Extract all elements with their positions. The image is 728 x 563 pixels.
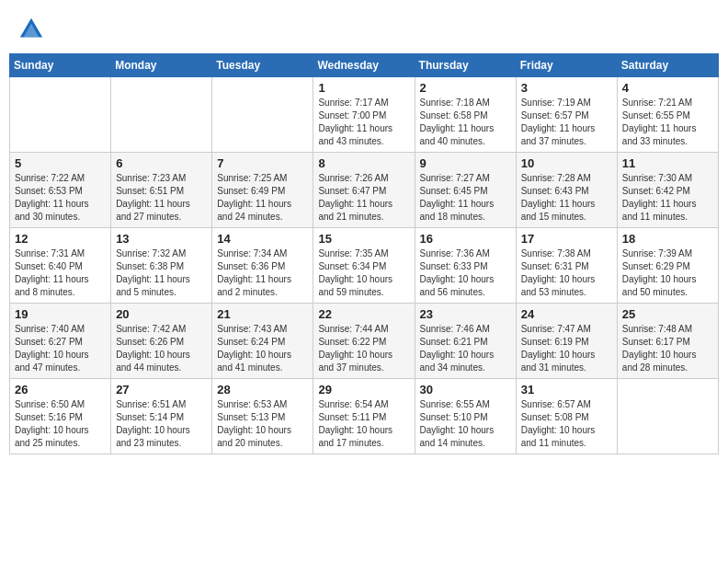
logo-icon (18, 17, 44, 42)
calendar-cell: 12Sunrise: 7:31 AM Sunset: 6:40 PM Dayli… (10, 228, 111, 304)
calendar-cell: 27Sunrise: 6:51 AM Sunset: 5:14 PM Dayli… (111, 379, 212, 454)
calendar-cell: 4Sunrise: 7:21 AM Sunset: 6:55 PM Daylig… (617, 77, 718, 153)
calendar-cell (617, 379, 718, 454)
day-number: 6 (116, 156, 207, 170)
calendar-cell: 28Sunrise: 6:53 AM Sunset: 5:13 PM Dayli… (212, 379, 313, 454)
day-number: 28 (217, 383, 308, 396)
day-info: Sunrise: 7:19 AM Sunset: 6:57 PM Dayligh… (521, 97, 612, 148)
calendar-weekday-header: Tuesday (212, 54, 313, 77)
day-number: 21 (217, 307, 308, 321)
day-info: Sunrise: 7:43 AM Sunset: 6:24 PM Dayligh… (217, 323, 308, 374)
day-number: 25 (622, 307, 713, 321)
calendar-cell: 14Sunrise: 7:34 AM Sunset: 6:36 PM Dayli… (212, 228, 313, 304)
calendar-cell: 31Sunrise: 6:57 AM Sunset: 5:08 PM Dayli… (516, 379, 617, 454)
day-number: 18 (622, 232, 713, 246)
day-number: 2 (420, 81, 511, 95)
calendar-cell (10, 77, 111, 153)
day-number: 31 (521, 383, 612, 396)
calendar-cell: 25Sunrise: 7:48 AM Sunset: 6:17 PM Dayli… (617, 304, 718, 379)
calendar-cell: 9Sunrise: 7:27 AM Sunset: 6:45 PM Daylig… (415, 153, 516, 228)
day-number: 22 (318, 307, 409, 321)
day-info: Sunrise: 7:47 AM Sunset: 6:19 PM Dayligh… (521, 323, 612, 374)
day-info: Sunrise: 7:18 AM Sunset: 6:58 PM Dayligh… (420, 97, 511, 148)
day-number: 27 (116, 383, 207, 396)
calendar-cell: 10Sunrise: 7:28 AM Sunset: 6:43 PM Dayli… (516, 153, 617, 228)
day-info: Sunrise: 7:23 AM Sunset: 6:51 PM Dayligh… (116, 172, 207, 224)
calendar-week-row: 5Sunrise: 7:22 AM Sunset: 6:53 PM Daylig… (10, 153, 719, 228)
calendar-cell: 15Sunrise: 7:35 AM Sunset: 6:34 PM Dayli… (313, 228, 415, 304)
day-number: 7 (217, 156, 308, 170)
calendar-cell: 24Sunrise: 7:47 AM Sunset: 6:19 PM Dayli… (516, 304, 617, 379)
day-info: Sunrise: 7:21 AM Sunset: 6:55 PM Dayligh… (622, 97, 713, 148)
day-number: 17 (521, 232, 612, 246)
calendar-cell: 16Sunrise: 7:36 AM Sunset: 6:33 PM Dayli… (415, 228, 516, 304)
calendar-weekday-header: Monday (111, 54, 212, 77)
day-info: Sunrise: 7:27 AM Sunset: 6:45 PM Dayligh… (420, 172, 511, 224)
day-info: Sunrise: 7:17 AM Sunset: 7:00 PM Dayligh… (318, 97, 409, 148)
day-number: 26 (15, 383, 106, 396)
day-info: Sunrise: 7:39 AM Sunset: 6:29 PM Dayligh… (622, 247, 713, 299)
day-number: 23 (420, 307, 511, 321)
calendar-weekday-header: Sunday (10, 54, 111, 77)
day-number: 4 (622, 81, 713, 95)
logo (18, 17, 46, 42)
calendar-cell: 5Sunrise: 7:22 AM Sunset: 6:53 PM Daylig… (10, 153, 111, 228)
day-number: 29 (318, 383, 409, 396)
day-number: 30 (420, 383, 511, 396)
calendar-week-row: 1Sunrise: 7:17 AM Sunset: 7:00 PM Daylig… (10, 77, 719, 153)
day-info: Sunrise: 7:40 AM Sunset: 6:27 PM Dayligh… (15, 323, 106, 374)
day-number: 11 (622, 156, 713, 170)
calendar-cell: 18Sunrise: 7:39 AM Sunset: 6:29 PM Dayli… (617, 228, 718, 304)
day-number: 24 (521, 307, 612, 321)
page-header (9, 9, 719, 50)
day-info: Sunrise: 7:46 AM Sunset: 6:21 PM Dayligh… (420, 323, 511, 374)
calendar-header-row: SundayMondayTuesdayWednesdayThursdayFrid… (10, 54, 719, 77)
calendar-cell: 20Sunrise: 7:42 AM Sunset: 6:26 PM Dayli… (111, 304, 212, 379)
day-info: Sunrise: 7:42 AM Sunset: 6:26 PM Dayligh… (116, 323, 207, 374)
day-info: Sunrise: 6:50 AM Sunset: 5:16 PM Dayligh… (15, 398, 106, 450)
day-info: Sunrise: 7:38 AM Sunset: 6:31 PM Dayligh… (521, 247, 612, 299)
calendar-cell: 13Sunrise: 7:32 AM Sunset: 6:38 PM Dayli… (111, 228, 212, 304)
day-info: Sunrise: 7:22 AM Sunset: 6:53 PM Dayligh… (15, 172, 106, 224)
day-number: 1 (318, 81, 409, 95)
day-info: Sunrise: 7:32 AM Sunset: 6:38 PM Dayligh… (116, 247, 207, 299)
calendar-cell: 1Sunrise: 7:17 AM Sunset: 7:00 PM Daylig… (313, 77, 415, 153)
calendar-week-row: 26Sunrise: 6:50 AM Sunset: 5:16 PM Dayli… (10, 379, 719, 454)
calendar-cell (212, 77, 313, 153)
calendar-cell: 22Sunrise: 7:44 AM Sunset: 6:22 PM Dayli… (313, 304, 415, 379)
day-info: Sunrise: 7:35 AM Sunset: 6:34 PM Dayligh… (318, 247, 409, 299)
calendar-cell: 29Sunrise: 6:54 AM Sunset: 5:11 PM Dayli… (313, 379, 415, 454)
day-number: 10 (521, 156, 612, 170)
day-number: 20 (116, 307, 207, 321)
calendar-cell: 11Sunrise: 7:30 AM Sunset: 6:42 PM Dayli… (617, 153, 718, 228)
day-info: Sunrise: 6:51 AM Sunset: 5:14 PM Dayligh… (116, 398, 207, 450)
calendar-cell: 17Sunrise: 7:38 AM Sunset: 6:31 PM Dayli… (516, 228, 617, 304)
day-info: Sunrise: 7:48 AM Sunset: 6:17 PM Dayligh… (622, 323, 713, 374)
day-info: Sunrise: 7:31 AM Sunset: 6:40 PM Dayligh… (15, 247, 106, 299)
calendar-week-row: 19Sunrise: 7:40 AM Sunset: 6:27 PM Dayli… (10, 304, 719, 379)
day-number: 14 (217, 232, 308, 246)
calendar-cell: 3Sunrise: 7:19 AM Sunset: 6:57 PM Daylig… (516, 77, 617, 153)
calendar-cell: 8Sunrise: 7:26 AM Sunset: 6:47 PM Daylig… (313, 153, 415, 228)
day-info: Sunrise: 7:26 AM Sunset: 6:47 PM Dayligh… (318, 172, 409, 224)
calendar-cell: 30Sunrise: 6:55 AM Sunset: 5:10 PM Dayli… (415, 379, 516, 454)
day-info: Sunrise: 7:30 AM Sunset: 6:42 PM Dayligh… (622, 172, 713, 224)
day-number: 13 (116, 232, 207, 246)
day-number: 16 (420, 232, 511, 246)
calendar-week-row: 12Sunrise: 7:31 AM Sunset: 6:40 PM Dayli… (10, 228, 719, 304)
day-info: Sunrise: 6:55 AM Sunset: 5:10 PM Dayligh… (420, 398, 511, 450)
day-number: 9 (420, 156, 511, 170)
calendar-cell: 7Sunrise: 7:25 AM Sunset: 6:49 PM Daylig… (212, 153, 313, 228)
day-number: 8 (318, 156, 409, 170)
calendar-cell: 2Sunrise: 7:18 AM Sunset: 6:58 PM Daylig… (415, 77, 516, 153)
day-number: 5 (15, 156, 106, 170)
calendar-cell: 21Sunrise: 7:43 AM Sunset: 6:24 PM Dayli… (212, 304, 313, 379)
day-number: 15 (318, 232, 409, 246)
day-info: Sunrise: 7:44 AM Sunset: 6:22 PM Dayligh… (318, 323, 409, 374)
calendar-weekday-header: Thursday (415, 54, 516, 77)
calendar-table: SundayMondayTuesdayWednesdayThursdayFrid… (9, 53, 719, 454)
calendar-weekday-header: Friday (516, 54, 617, 77)
day-info: Sunrise: 7:34 AM Sunset: 6:36 PM Dayligh… (217, 247, 308, 299)
calendar-cell: 19Sunrise: 7:40 AM Sunset: 6:27 PM Dayli… (10, 304, 111, 379)
day-number: 19 (15, 307, 106, 321)
